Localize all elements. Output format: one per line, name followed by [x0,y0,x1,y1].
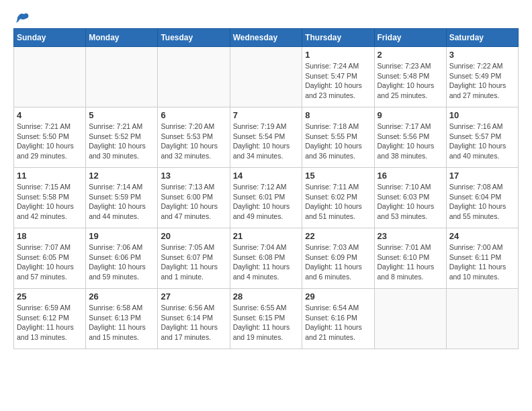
calendar-cell: 15Sunrise: 7:11 AM Sunset: 6:02 PM Dayli… [302,168,374,228]
day-number: 13 [161,171,226,181]
calendar-cell: 6Sunrise: 7:20 AM Sunset: 5:53 PM Daylig… [158,107,230,168]
day-info: Sunrise: 7:21 AM Sunset: 5:52 PM Dayligh… [89,122,154,161]
calendar-cell: 22Sunrise: 7:03 AM Sunset: 6:09 PM Dayli… [302,228,374,289]
calendar-week-row: 4Sunrise: 7:21 AM Sunset: 5:50 PM Daylig… [14,107,519,168]
day-number: 7 [233,110,300,120]
day-number: 29 [305,291,371,302]
calendar-cell: 16Sunrise: 7:10 AM Sunset: 6:03 PM Dayli… [374,168,446,228]
day-number: 4 [17,110,83,120]
day-info: Sunrise: 7:06 AM Sunset: 6:06 PM Dayligh… [89,242,154,282]
calendar-cell: 21Sunrise: 7:04 AM Sunset: 6:08 PM Dayli… [230,228,302,289]
day-number: 18 [17,231,83,241]
calendar-week-row: 25Sunrise: 6:59 AM Sunset: 6:12 PM Dayli… [14,289,519,349]
day-header-wednesday: Wednesday [230,29,302,47]
day-info: Sunrise: 7:19 AM Sunset: 5:54 PM Dayligh… [233,122,300,161]
day-header-friday: Friday [374,29,446,47]
calendar-cell: 17Sunrise: 7:08 AM Sunset: 6:04 PM Dayli… [446,168,518,228]
calendar-cell: 13Sunrise: 7:13 AM Sunset: 6:00 PM Dayli… [158,168,230,228]
day-number: 22 [305,231,371,241]
calendar-cell: 23Sunrise: 7:01 AM Sunset: 6:10 PM Dayli… [374,228,446,289]
day-header-tuesday: Tuesday [158,29,230,47]
day-info: Sunrise: 7:15 AM Sunset: 5:58 PM Dayligh… [17,182,83,222]
day-number: 12 [89,171,154,181]
day-number: 9 [378,110,443,120]
calendar-cell: 5Sunrise: 7:21 AM Sunset: 5:52 PM Daylig… [86,107,158,168]
calendar-cell: 18Sunrise: 7:07 AM Sunset: 6:05 PM Dayli… [14,228,86,289]
day-info: Sunrise: 7:05 AM Sunset: 6:07 PM Dayligh… [161,242,226,282]
calendar-header-row: SundayMondayTuesdayWednesdayThursdayFrid… [14,29,519,47]
day-info: Sunrise: 7:17 AM Sunset: 5:56 PM Dayligh… [378,122,443,161]
logo-bird-icon [15,11,30,24]
calendar-cell [230,47,302,107]
day-header-monday: Monday [86,29,158,47]
day-number: 5 [89,110,154,120]
day-info: Sunrise: 7:00 AM Sunset: 6:11 PM Dayligh… [449,242,515,282]
logo [13,13,30,21]
day-info: Sunrise: 7:16 AM Sunset: 5:57 PM Dayligh… [449,122,515,161]
day-info: Sunrise: 7:14 AM Sunset: 5:59 PM Dayligh… [89,182,154,222]
calendar-cell: 29Sunrise: 6:54 AM Sunset: 6:16 PM Dayli… [302,289,374,349]
day-info: Sunrise: 6:59 AM Sunset: 6:12 PM Dayligh… [17,303,83,342]
calendar-cell: 19Sunrise: 7:06 AM Sunset: 6:06 PM Dayli… [86,228,158,289]
day-info: Sunrise: 7:07 AM Sunset: 6:05 PM Dayligh… [17,242,83,282]
calendar-cell [14,47,86,107]
day-number: 16 [378,171,443,181]
day-number: 19 [89,231,154,241]
day-number: 17 [449,171,515,181]
calendar-cell: 27Sunrise: 6:56 AM Sunset: 6:14 PM Dayli… [158,289,230,349]
calendar-cell: 10Sunrise: 7:16 AM Sunset: 5:57 PM Dayli… [446,107,518,168]
day-number: 10 [449,110,515,120]
page-header [13,13,519,21]
day-number: 1 [305,50,371,60]
day-info: Sunrise: 7:03 AM Sunset: 6:09 PM Dayligh… [305,242,371,282]
calendar-cell: 12Sunrise: 7:14 AM Sunset: 5:59 PM Dayli… [86,168,158,228]
calendar-cell: 9Sunrise: 7:17 AM Sunset: 5:56 PM Daylig… [374,107,446,168]
calendar-cell: 24Sunrise: 7:00 AM Sunset: 6:11 PM Dayli… [446,228,518,289]
day-info: Sunrise: 7:08 AM Sunset: 6:04 PM Dayligh… [449,182,515,222]
day-number: 3 [449,50,515,60]
calendar-cell: 14Sunrise: 7:12 AM Sunset: 6:01 PM Dayli… [230,168,302,228]
day-info: Sunrise: 7:01 AM Sunset: 6:10 PM Dayligh… [378,242,443,282]
calendar-cell: 1Sunrise: 7:24 AM Sunset: 5:47 PM Daylig… [302,47,374,107]
day-info: Sunrise: 7:22 AM Sunset: 5:49 PM Dayligh… [449,61,515,101]
calendar-cell: 8Sunrise: 7:18 AM Sunset: 5:55 PM Daylig… [302,107,374,168]
day-info: Sunrise: 7:12 AM Sunset: 6:01 PM Dayligh… [233,182,300,222]
day-number: 11 [17,171,83,181]
day-number: 23 [378,231,443,241]
day-info: Sunrise: 7:11 AM Sunset: 6:02 PM Dayligh… [305,182,371,222]
day-info: Sunrise: 7:20 AM Sunset: 5:53 PM Dayligh… [161,122,226,161]
calendar-cell [374,289,446,349]
calendar-cell: 28Sunrise: 6:55 AM Sunset: 6:15 PM Dayli… [230,289,302,349]
calendar-week-row: 1Sunrise: 7:24 AM Sunset: 5:47 PM Daylig… [14,47,519,107]
day-info: Sunrise: 7:18 AM Sunset: 5:55 PM Dayligh… [305,122,371,161]
day-number: 15 [305,171,371,181]
calendar-cell: 11Sunrise: 7:15 AM Sunset: 5:58 PM Dayli… [14,168,86,228]
calendar-cell: 20Sunrise: 7:05 AM Sunset: 6:07 PM Dayli… [158,228,230,289]
day-number: 2 [378,50,443,60]
day-number: 14 [233,171,300,181]
day-header-sunday: Sunday [14,29,86,47]
day-info: Sunrise: 6:54 AM Sunset: 6:16 PM Dayligh… [305,303,371,342]
calendar-week-row: 11Sunrise: 7:15 AM Sunset: 5:58 PM Dayli… [14,168,519,228]
calendar-cell: 7Sunrise: 7:19 AM Sunset: 5:54 PM Daylig… [230,107,302,168]
day-info: Sunrise: 6:58 AM Sunset: 6:13 PM Dayligh… [89,303,154,342]
day-info: Sunrise: 7:10 AM Sunset: 6:03 PM Dayligh… [378,182,443,222]
day-number: 8 [305,110,371,120]
day-info: Sunrise: 7:24 AM Sunset: 5:47 PM Dayligh… [305,61,371,101]
calendar-cell [446,289,518,349]
calendar-cell: 2Sunrise: 7:23 AM Sunset: 5:48 PM Daylig… [374,47,446,107]
day-info: Sunrise: 7:21 AM Sunset: 5:50 PM Dayligh… [17,122,83,161]
day-number: 27 [161,291,226,302]
day-info: Sunrise: 7:23 AM Sunset: 5:48 PM Dayligh… [378,61,443,101]
calendar-cell: 25Sunrise: 6:59 AM Sunset: 6:12 PM Dayli… [14,289,86,349]
calendar-cell [158,47,230,107]
calendar-cell: 3Sunrise: 7:22 AM Sunset: 5:49 PM Daylig… [446,47,518,107]
day-number: 26 [89,291,154,302]
calendar-cell [86,47,158,107]
day-header-thursday: Thursday [302,29,374,47]
day-info: Sunrise: 6:55 AM Sunset: 6:15 PM Dayligh… [233,303,300,342]
calendar-week-row: 18Sunrise: 7:07 AM Sunset: 6:05 PM Dayli… [14,228,519,289]
calendar-cell: 4Sunrise: 7:21 AM Sunset: 5:50 PM Daylig… [14,107,86,168]
day-number: 20 [161,231,226,241]
calendar-cell: 26Sunrise: 6:58 AM Sunset: 6:13 PM Dayli… [86,289,158,349]
